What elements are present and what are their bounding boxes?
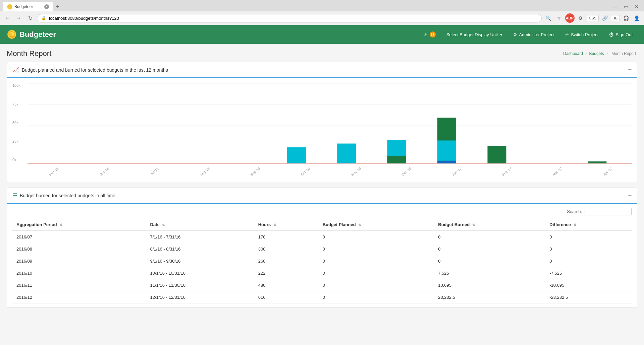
page-title-row: Month Report Dashboard › Budgets › Month… [7,49,637,58]
cell-budget-planned: 0 [319,243,434,255]
breadcrumb-sep1: › [585,51,587,56]
chart-panel-header: 📈 Budget planned and burned for selected… [7,62,637,78]
minimize-window-button[interactable]: — [610,2,620,11]
x-label-aug16: Aug '16 [199,166,211,177]
cell-difference: -23,232.5 [545,291,632,303]
cell-budget-burned: 0 [434,243,545,255]
address-input[interactable] [49,16,537,21]
breadcrumb-budgets[interactable]: Budgets [589,51,604,56]
browser-toolbar: ← → ↻ 🔒 🔍 ☆ ABP ⚙ CSS 🔗 JB 🎧 👤 [0,11,644,25]
forward-button[interactable]: → [14,13,23,23]
cell-difference: 0 [545,243,632,255]
cell-date: 7/1/16 - 7/31/16 [146,231,254,243]
chart-panel: 📈 Budget planned and burned for selected… [7,62,637,182]
bar-nov16-planned [337,144,356,163]
table-row: 2016/08 8/1/16 - 8/31/16 300 0 0 0 [12,243,632,255]
browser-chrome: 🪙 Budgeteer ✕ + — ▭ ✕ ← → ↻ 🔒 🔍 ☆ ABP ⚙ … [0,0,644,25]
search-row: Search: [12,208,632,215]
sort-icon-budget-burned: ⇅ [472,223,475,227]
breadcrumb-current: Month Report [611,51,636,56]
cell-date: 8/1/16 - 8/31/16 [146,243,254,255]
switch-icon: ⇌ [565,32,569,37]
col-header-difference[interactable]: Difference ⇅ [545,219,632,231]
profile-icon-btn[interactable]: 👤 [632,13,641,23]
settings-icon-btn[interactable]: ⚙ [576,13,585,23]
user-avatar[interactable]: ABP [565,13,575,23]
x-label-sep16: Sep '16 [249,166,261,177]
table-panel-minimize-button[interactable]: − [628,192,632,199]
col-header-date[interactable]: Date ⇅ [146,219,254,231]
x-label-mar17: Mar '17 [551,166,563,177]
list-icon: ☰ [12,192,17,199]
y-label-25k: 25k [12,139,20,143]
budget-display-unit-button[interactable]: Select Budget Display Unit ▾ [442,29,507,40]
search-icon-btn[interactable]: 🔍 [544,13,553,23]
logo-icon: 🪙 [7,30,17,39]
notification-badge: 55 [430,31,436,38]
bar-jan17-planned [437,140,456,163]
address-bar: 🔒 [37,14,542,22]
y-label-50k: 50k [12,121,20,125]
table-header-row: Aggregation Period ⇅ Date ⇅ Hours ⇅ [12,219,632,231]
col-header-budget-burned[interactable]: Budget Burned ⇅ [434,219,545,231]
data-table: Aggregation Period ⇅ Date ⇅ Hours ⇅ [12,219,632,303]
y-label-75k: 75k [12,102,20,106]
administer-project-button[interactable]: ⚙ Administer Project [508,29,559,40]
cell-difference: 0 [545,231,632,243]
search-input[interactable] [585,208,632,215]
app-wrapper: 🪙 Budgeteer ⚠ 55 Select Budget Display U… [0,25,644,343]
switch-project-button[interactable]: ⇌ Switch Project [560,29,603,40]
cell-budget-planned: 0 [319,267,434,279]
headphone-icon-btn[interactable]: 🎧 [621,13,631,23]
table-row: 2016/12 12/1/16 - 12/31/16 616 0 23,232.… [12,291,632,303]
app-logo: 🪙 Budgeteer [7,30,56,39]
col-header-period[interactable]: Aggregation Period ⇅ [12,219,146,231]
chart-svg [28,83,632,167]
star-icon-btn[interactable]: ☆ [554,13,564,23]
content-area: Month Report Dashboard › Budgets › Month… [0,44,644,319]
col-header-hours[interactable]: Hours ⇅ [254,219,319,231]
maximize-window-button[interactable]: ▭ [621,2,631,11]
cell-hours: 300 [254,243,319,255]
x-label-okt16: Okt '16 [300,166,312,177]
lock-icon: 🔒 [41,16,46,20]
breadcrumb: Dashboard › Budgets › Month Report [563,51,637,56]
breadcrumb-dashboard[interactable]: Dashboard [563,51,583,56]
bar-dez16-burned [387,156,406,163]
col-header-budget-planned[interactable]: Budget Planned ⇅ [319,219,434,231]
chart-area: 100k 75k 50k 25k 0k [7,78,637,182]
dropdown-arrow-icon: ▾ [500,32,502,37]
back-button[interactable]: ← [3,13,12,23]
cell-date: 10/1/16 - 10/31/16 [146,267,254,279]
sign-out-button[interactable]: ⏻ Sign Out [604,29,637,40]
x-label-jun16: Jun '16 [98,166,110,177]
link-icon-btn[interactable]: 🔗 [600,13,609,23]
table-row: 2016/10 10/1/16 - 10/31/16 222 0 7,525 -… [12,267,632,279]
browser-tab-active: 🪙 Budgeteer ✕ [3,2,53,11]
cell-period: 2016/10 [12,267,146,279]
sort-icon-hours: ⇅ [273,223,276,227]
sort-icon-date: ⇅ [162,223,165,227]
close-window-button[interactable]: ✕ [632,2,641,11]
notification-button[interactable]: ⚠ 55 [419,29,440,40]
chart-panel-minimize-button[interactable]: − [628,66,632,73]
jb-ext-btn[interactable]: JB [611,15,620,21]
cell-budget-planned: 0 [319,291,434,303]
switch-label: Switch Project [571,32,598,37]
cell-hours: 170 [254,231,319,243]
browser-right-icons: 🔍 ☆ ABP ⚙ CSS 🔗 JB 🎧 👤 [544,13,641,23]
chart-panel-title: Budget planned and burned for selected b… [22,67,168,73]
bar-feb17-burned [487,146,506,163]
cell-budget-burned: 23,232.5 [434,291,545,303]
breadcrumb-sep2: › [606,51,608,56]
css-ext-btn[interactable]: CSS [587,15,599,21]
cell-period: 2016/12 [12,291,146,303]
refresh-button[interactable]: ↻ [25,13,35,23]
table-row: 2016/11 11/1/16 - 11/30/16 480 0 10,695 … [12,279,632,291]
tab-close-button[interactable]: ✕ [44,4,49,9]
table-panel: ☰ Budget burned for selected budgets in … [7,188,637,308]
header-right: ⚠ 55 Select Budget Display Unit ▾ ⚙ Admi… [419,29,637,40]
new-tab-button[interactable]: + [53,2,62,11]
y-label-0k: 0k [12,158,20,162]
sort-icon-period: ⇅ [59,223,62,227]
